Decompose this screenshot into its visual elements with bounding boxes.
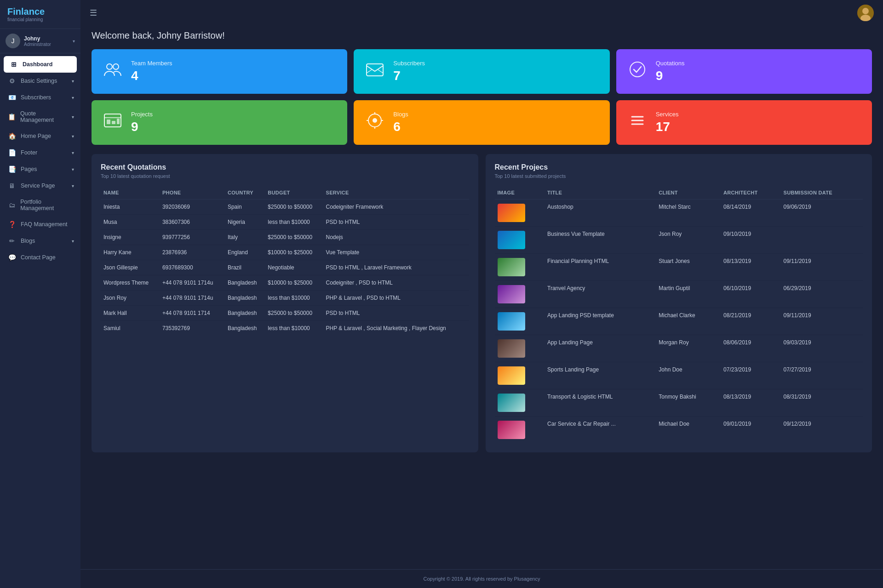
project-thumbnail bbox=[498, 312, 525, 331]
table-row[interactable]: Json Roy +44 078 9101 1714u Bangladesh l… bbox=[101, 291, 469, 306]
stat-card-quotations[interactable]: Quotations 9 bbox=[616, 49, 872, 94]
sidebar-item-footer[interactable]: 📄 Footer ▾ bbox=[0, 144, 80, 161]
table-row[interactable]: Iniesta 392036069 Spain $25000 to $50000… bbox=[101, 200, 469, 215]
sidebar-item-label: Service Page bbox=[21, 183, 55, 189]
page-footer: Copyright © 2019. All rights reserved by… bbox=[80, 569, 883, 588]
cell-budget: less than $10000 bbox=[265, 291, 323, 306]
sidebar-item-basic-settings[interactable]: ⚙ Basic Settings ▾ bbox=[0, 73, 80, 89]
stat-value: 4 bbox=[131, 69, 172, 83]
sidebar-item-blogs[interactable]: ✏ Blogs ▾ bbox=[0, 233, 80, 249]
cell-submission-date: 09/11/2019 bbox=[781, 254, 863, 281]
cell-service: Codeigniter , PSD to HTML bbox=[323, 275, 469, 291]
stat-label: Quotations bbox=[656, 60, 685, 67]
sidebar-item-home-page[interactable]: 🏠 Home Page ▾ bbox=[0, 128, 80, 144]
table-row[interactable]: App Landing PSD template Michael Clarke … bbox=[495, 308, 863, 335]
recent-projects-title: Recent Projecs bbox=[495, 163, 863, 171]
table-row[interactable]: Austoshop Mitchel Starc 08/14/2019 09/06… bbox=[495, 200, 863, 227]
sidebar-item-label: Pages bbox=[21, 166, 37, 172]
topbar-user-avatar[interactable] bbox=[857, 5, 874, 21]
table-row[interactable]: App Landing Page Morgan Roy 08/06/2019 0… bbox=[495, 335, 863, 362]
cell-phone: +44 078 9101 1714u bbox=[160, 291, 225, 306]
sidebar-item-service-page[interactable]: 🖥 Service Page ▾ bbox=[0, 177, 80, 194]
table-row[interactable]: Sports Landing Page John Doe 07/23/2019 … bbox=[495, 362, 863, 389]
svg-rect-5 bbox=[367, 64, 383, 76]
chevron-down-icon: ▾ bbox=[72, 167, 74, 172]
table-row[interactable]: Mark Hall +44 078 9101 1714 Bangladesh $… bbox=[101, 306, 469, 321]
sidebar-item-label: Dashboard bbox=[23, 61, 52, 68]
hamburger-menu-icon[interactable]: ☰ bbox=[90, 8, 97, 18]
project-thumbnail bbox=[498, 366, 525, 385]
sidebar-item-label: Basic Settings bbox=[21, 78, 57, 84]
cell-phone: 23876936 bbox=[160, 245, 225, 260]
stat-card-subscribers[interactable]: Subscribers 7 bbox=[354, 49, 609, 94]
cell-service: PHP & Laravel , PSD to HTML bbox=[323, 291, 469, 306]
quotations-table: Name Phone Country Budget Service Iniest… bbox=[101, 186, 469, 336]
sidebar-item-pages[interactable]: 📑 Pages ▾ bbox=[0, 161, 80, 177]
topbar: ☰ bbox=[80, 0, 883, 26]
cell-service: Codeigniter Framework bbox=[323, 200, 469, 215]
user-dropdown-icon[interactable]: ▾ bbox=[73, 39, 75, 44]
cell-title: Sports Landing Page bbox=[545, 362, 656, 389]
stat-card-blogs[interactable]: Blogs 6 bbox=[354, 100, 609, 145]
welcome-message: Welcome back, Johny Barristow! bbox=[92, 30, 872, 41]
sidebar-item-contact-page[interactable]: 💬 Contact Page bbox=[0, 249, 80, 266]
table-row[interactable]: Car Service & Car Repair ... Michael Doe… bbox=[495, 417, 863, 444]
cell-architecht: 08/13/2019 bbox=[721, 254, 780, 281]
cell-country: Bangladesh bbox=[225, 275, 265, 291]
cell-architecht: 09/01/2019 bbox=[721, 417, 780, 444]
cell-phone: 735392769 bbox=[160, 321, 225, 336]
sidebar-item-quote-management[interactable]: 📋 Quote Management ▾ bbox=[0, 106, 80, 128]
sidebar-item-faq-management[interactable]: ❓ FAQ Management bbox=[0, 216, 80, 233]
cell-budget: less than $10000 bbox=[265, 215, 323, 230]
services-icon bbox=[627, 110, 648, 135]
cell-service: PSD to HTML bbox=[323, 306, 469, 321]
user-section[interactable]: J Johny Administrator ▾ bbox=[0, 29, 80, 53]
sidebar-item-portfolio-management[interactable]: 🗂 Portfolio Management bbox=[0, 194, 80, 216]
col-country: Country bbox=[225, 186, 265, 200]
table-row[interactable]: Harry Kane 23876936 England $10000 to $2… bbox=[101, 245, 469, 260]
cell-budget: $25000 to $50000 bbox=[265, 306, 323, 321]
col-phone: Phone bbox=[160, 186, 225, 200]
cell-phone: 6937689300 bbox=[160, 260, 225, 275]
table-row[interactable]: Musa 383607306 Nigeria less than $10000 … bbox=[101, 215, 469, 230]
table-row[interactable]: Samiul 735392769 Bangladesh less than $1… bbox=[101, 321, 469, 336]
project-thumbnail bbox=[498, 285, 525, 303]
project-thumbnail bbox=[498, 421, 525, 439]
sidebar-item-label: Blogs bbox=[21, 238, 35, 244]
table-row[interactable]: Wordpress Theme +44 078 9101 1714u Bangl… bbox=[101, 275, 469, 291]
sidebar-item-subscribers[interactable]: 📧 Subscribers ▾ bbox=[0, 89, 80, 106]
svg-rect-11 bbox=[107, 120, 110, 124]
table-row[interactable]: Business Vue Template Json Roy 09/10/201… bbox=[495, 227, 863, 254]
avatar: J bbox=[6, 34, 20, 48]
recent-projects-subtitle: Top 10 latest submitted projects bbox=[495, 173, 863, 179]
cell-name: Iniesta bbox=[101, 200, 160, 215]
stat-card-projects[interactable]: Projects 9 bbox=[92, 100, 347, 145]
cell-budget: $10000 to $25000 bbox=[265, 245, 323, 260]
stat-card-services[interactable]: Services 17 bbox=[616, 100, 872, 145]
sidebar-item-dashboard[interactable]: ⊞ Dashboard bbox=[4, 56, 77, 73]
cell-client: Tonmoy Bakshi bbox=[656, 389, 721, 417]
stat-card-team-members[interactable]: Team Members 4 bbox=[92, 49, 347, 94]
chevron-down-icon: ▾ bbox=[72, 79, 74, 84]
quote-icon: 📋 bbox=[8, 113, 16, 120]
chevron-down-icon: ▾ bbox=[72, 239, 74, 244]
sidebar-item-label: Quote Management bbox=[20, 110, 67, 123]
cell-country: Bangladesh bbox=[225, 306, 265, 321]
sidebar-item-label: Footer bbox=[21, 149, 37, 156]
cell-name: Harry Kane bbox=[101, 245, 160, 260]
project-thumbnail bbox=[498, 394, 525, 412]
cell-image bbox=[495, 308, 545, 335]
table-row[interactable]: Transport & Logistic HTML Tonmoy Bakshi … bbox=[495, 389, 863, 417]
table-row[interactable]: Financial Planning HTML Stuart Jones 08/… bbox=[495, 254, 863, 281]
cell-service: PHP & Laravel , Social Marketing , Flaye… bbox=[323, 321, 469, 336]
cell-architecht: 08/06/2019 bbox=[721, 335, 780, 362]
sidebar-item-label: Portfolio Management bbox=[20, 199, 74, 211]
table-row[interactable]: Tranvel Agency Martin Guptil 06/10/2019 … bbox=[495, 281, 863, 308]
table-row[interactable]: Insigne 939777256 Italy $25000 to $50000… bbox=[101, 230, 469, 245]
cell-image bbox=[495, 362, 545, 389]
recent-projects-card: Recent Projecs Top 10 latest submitted p… bbox=[486, 154, 872, 452]
cell-client: Michael Doe bbox=[656, 417, 721, 444]
cell-submission-date: 07/27/2019 bbox=[781, 362, 863, 389]
page-content: Welcome back, Johny Barristow! Team Memb… bbox=[80, 26, 883, 569]
table-row[interactable]: Json Gillespie 6937689300 Brazil Negotia… bbox=[101, 260, 469, 275]
